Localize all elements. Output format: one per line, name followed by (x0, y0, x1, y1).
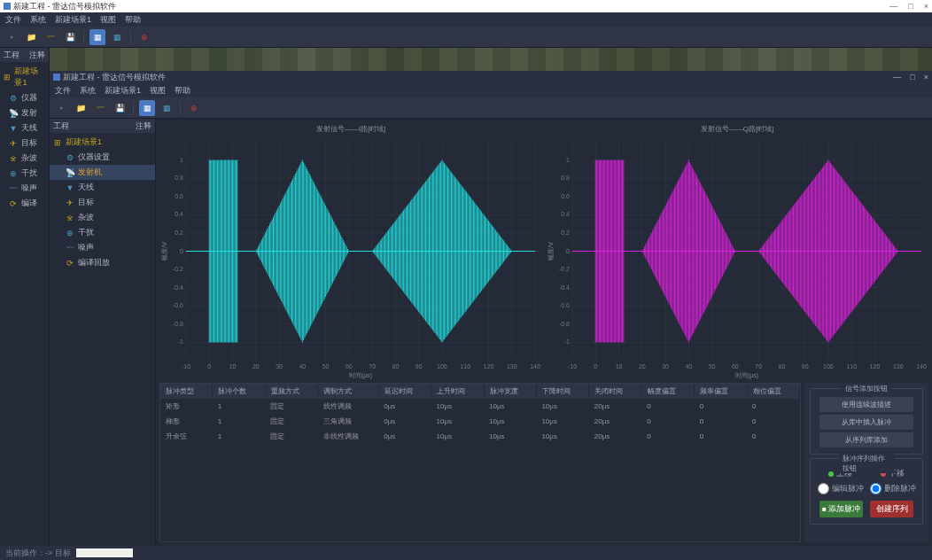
toolbar-wave-icon[interactable]: 〰 (43, 29, 58, 45)
toolbar-new-icon[interactable]: ▫ (53, 100, 69, 116)
edit-pulse-radio[interactable]: 编辑脉冲 (818, 483, 864, 494)
menu-file[interactable]: 文件 (5, 14, 21, 26)
menu-view[interactable]: 视图 (100, 14, 116, 26)
table-header[interactable]: 延迟时间 (378, 384, 431, 399)
table-cell: 1 (213, 429, 265, 444)
tree-item[interactable]: ⟳编译 (0, 196, 49, 211)
svg-text:60: 60 (732, 363, 739, 369)
chart-canvas[interactable]: -100102030405060708090100110120130140-1-… (159, 136, 542, 381)
svg-text:40: 40 (685, 363, 692, 369)
toolbar-save-icon[interactable]: 💾 (62, 29, 78, 45)
minimize-icon[interactable]: — (893, 73, 901, 82)
pulse-table[interactable]: 脉冲类型脉冲个数重频方式调制方式延迟时间上升时间脉冲宽度下降时间关闭时间幅度偏置… (159, 383, 801, 542)
toolbar-layout1-icon[interactable]: ▦ (139, 100, 155, 116)
table-header[interactable]: 相位偏置 (747, 384, 799, 399)
table-header[interactable]: 下降时间 (536, 384, 588, 399)
menu-scene[interactable]: 新建场景1 (105, 85, 141, 97)
table-row[interactable]: 升余弦1固定非线性调频0μs10μs10μs10μs20μs000 (160, 429, 800, 444)
table-header[interactable]: 脉冲类型 (160, 384, 213, 399)
svg-text:10: 10 (616, 363, 623, 369)
chart-canvas[interactable]: -100102030405060708090100110120130140-1-… (546, 136, 928, 381)
table-header[interactable]: 调制方式 (318, 384, 379, 399)
tree-label: 发射 (21, 107, 37, 119)
panel-head-project: 工程 (4, 50, 19, 61)
tree-item[interactable]: ▼天线 (50, 180, 155, 195)
tree-root[interactable]: ⊞新建场景1 (50, 135, 155, 150)
outer-window-titlebar: 新建工程 - 雷达信号模拟软件 — □ × (0, 0, 932, 12)
tree-label: 新建场景1 (14, 66, 45, 89)
svg-text:-10: -10 (568, 363, 577, 369)
table-header[interactable]: 关闭时间 (589, 384, 641, 399)
tree-item[interactable]: 📡发射机 (50, 165, 155, 180)
table-header[interactable]: 脉冲宽度 (484, 384, 536, 399)
add-from-seq-button[interactable]: 从序列库添加 (819, 432, 913, 447)
table-header[interactable]: 频率偏置 (695, 384, 747, 399)
menu-view[interactable]: 视图 (150, 85, 166, 97)
add-pulse-button[interactable]: ■ 添加脉冲 (819, 501, 864, 517)
menu-file[interactable]: 文件 (55, 85, 71, 97)
menu-help[interactable]: 帮助 (125, 14, 141, 26)
chart-title: 发射信号——I路[时域] (159, 122, 542, 136)
toolbar-folder-icon[interactable]: 📁 (73, 100, 89, 116)
svg-text:-0.2: -0.2 (559, 266, 570, 272)
satellite-map-strip[interactable] (50, 48, 932, 71)
create-seq-button[interactable]: 创建序列 (870, 501, 914, 517)
tree-icon: ⚙ (66, 153, 74, 162)
toolbar-close-icon[interactable]: ⊗ (186, 100, 202, 116)
close-icon[interactable]: × (924, 2, 928, 11)
menu-help[interactable]: 帮助 (175, 85, 190, 97)
maximize-icon[interactable]: □ (908, 2, 913, 11)
table-header[interactable]: 重频方式 (265, 384, 317, 399)
menu-scene[interactable]: 新建场景1 (55, 14, 91, 26)
toolbar-layout2-icon[interactable]: ▦ (109, 29, 125, 45)
minimize-icon[interactable]: — (889, 2, 897, 11)
panel-head-note: 注释 (29, 50, 45, 61)
toolbar-save-icon[interactable]: 💾 (112, 100, 128, 116)
table-row[interactable]: 矩形1固定线性调频0μs10μs10μs10μs20μs000 (160, 399, 800, 414)
tree-item[interactable]: ※杂波 (50, 210, 155, 225)
tree-icon: ⊞ (4, 73, 11, 82)
delete-pulse-radio[interactable]: 删除脉冲 (870, 483, 916, 494)
tree-root[interactable]: ⊞新建场景1 (0, 64, 49, 90)
tree-item[interactable]: ✈目标 (50, 195, 155, 210)
insert-from-lib-button[interactable]: 从库中插入脉冲 (819, 415, 913, 430)
inner-window-title: 新建工程 - 雷达信号模拟软件 (63, 72, 166, 83)
group-title: 信号添加按钮 (842, 384, 891, 393)
table-cell: 10μs (431, 399, 484, 414)
toolbar-layout2-icon[interactable]: ▦ (159, 100, 175, 116)
menu-system[interactable]: 系统 (80, 85, 96, 97)
tree-item[interactable]: ⚙仪器设置 (50, 150, 155, 165)
tree-item[interactable]: ⚙仪器 (0, 90, 49, 105)
toolbar-new-icon[interactable]: ▫ (4, 29, 19, 45)
toolbar-close-icon[interactable]: ⊗ (136, 29, 152, 45)
tree-item[interactable]: 〰噪声 (50, 240, 155, 255)
tree-item[interactable]: ※杂波 (0, 151, 49, 166)
toolbar-layout1-icon[interactable]: ▦ (89, 29, 105, 45)
table-row[interactable]: 梯形1固定三角调频0μs10μs10μs10μs20μs000 (160, 414, 800, 429)
menu-system[interactable]: 系统 (30, 14, 46, 26)
close-icon[interactable]: × (924, 73, 928, 82)
tree-item[interactable]: ⊕干扰 (0, 166, 49, 181)
inner-project-panel: 工程 注释 ⊞新建场景1⚙仪器设置📡发射机▼天线✈目标※杂波⊕干扰〰噪声⟳编译回… (50, 119, 156, 546)
toolbar-separator (83, 30, 84, 44)
toolbar-folder-icon[interactable]: 📁 (23, 29, 39, 45)
tree-item[interactable]: 〰噪声 (0, 181, 49, 196)
maximize-icon[interactable]: □ (910, 73, 914, 82)
table-header[interactable]: 幅度偏置 (641, 384, 694, 399)
tree-item[interactable]: ✈目标 (0, 136, 49, 151)
table-header[interactable]: 上升时间 (431, 384, 484, 399)
app-icon (53, 74, 60, 81)
tree-label: 天线 (78, 182, 94, 193)
tree-item[interactable]: 📡发射 (0, 105, 49, 121)
table-header[interactable]: 脉冲个数 (213, 384, 265, 399)
use-cw-button[interactable]: 使用连续波描述 (819, 397, 913, 412)
tree-label: 仪器设置 (78, 152, 110, 163)
toolbar-wave-icon[interactable]: 〰 (92, 100, 108, 116)
tree-label: 新建场景1 (66, 136, 102, 148)
table-cell: 升余弦 (160, 429, 213, 444)
table-cell: 10μs (484, 399, 536, 414)
tree-item[interactable]: ⊕干扰 (50, 225, 155, 240)
tree-item[interactable]: ⟳编译回放 (50, 255, 155, 270)
svg-text:-0.6: -0.6 (173, 302, 183, 308)
tree-item[interactable]: ▼天线 (0, 121, 49, 136)
